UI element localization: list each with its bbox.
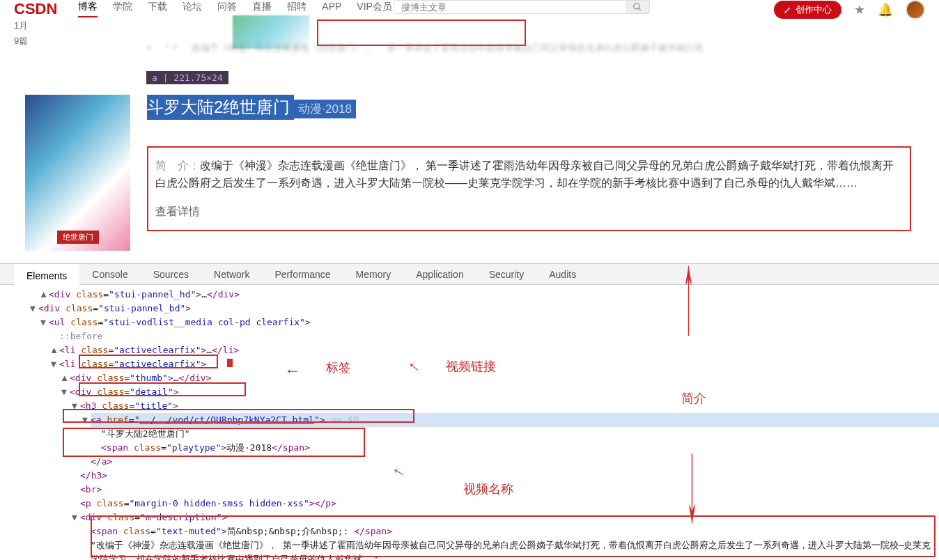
nav-college[interactable]: 学院 [113,1,132,17]
search-box [394,0,650,14]
ann-video-name: 视频名称 [463,481,513,497]
create-button[interactable]: 创作中心 [774,1,841,19]
bell-icon[interactable]: 🔔 [878,2,893,17]
search-button[interactable] [626,1,649,13]
card-1: 绝世唐门 斗罗大陆2绝世唐门动漫·2018 简 介：改编于《神漫》杂志连载漫画《… [0,95,939,251]
desc-text: 改编于《神漫》杂志连载漫画《绝世唐门》， 第一季讲述了霍雨浩幼年因母亲被自己同父… [155,160,894,189]
nav-forum[interactable]: 论坛 [183,1,202,17]
logo[interactable]: CSDN [14,0,57,18]
dimension-badge: a | 221.75×24 [146,71,228,84]
devtools-tabs: Elements Console Sources Network Perform… [0,264,939,285]
content: «^ >改编于《神漫》杂志连载漫画《绝世唐门》，第一季讲述了霍雨浩幼年因母亲被自… [0,28,939,304]
tab-security[interactable]: Security [476,269,537,280]
description-box: 简 介：改编于《神漫》杂志连载漫画《绝世唐门》， 第一季讲述了霍雨浩幼年因母亲被… [147,146,911,231]
blurred-row: «^ >改编于《神漫》杂志连载漫画《绝世唐门》，第一季讲述了霍雨浩幼年因母亲被自… [0,42,939,64]
ann-video-link: 视频链接 [446,358,496,375]
search-icon [633,2,642,12]
tab-console[interactable]: Console [79,269,140,280]
nav-blog[interactable]: 博客 [78,1,98,17]
nav-app[interactable]: APP [322,1,341,17]
tab-sources[interactable]: Sources [141,269,201,280]
detail-link[interactable]: 查看详情 [155,203,900,221]
thumb-badge: 绝世唐门 [57,231,99,244]
tab-network[interactable]: Network [201,269,262,280]
create-label: 创作中心 [796,3,832,16]
arrow-up-icon: ↑ [683,224,694,360]
tab-application[interactable]: Application [403,269,476,280]
thumb-1[interactable]: 绝世唐门 [25,95,130,251]
nav-download[interactable]: 下载 [148,1,167,17]
header: CSDN 博客 学院 下载 论坛 问答 直播 招聘 APP VIP会员 创作中心… [0,0,939,18]
nav-vip[interactable]: VIP会员 [357,1,392,17]
tab-elements[interactable]: Elements [14,264,79,285]
ann-synopsis: 简介 [681,390,706,407]
pencil-icon [784,6,792,14]
header-right: 创作中心 ★ 🔔 [774,0,925,20]
desc-label: 简 介： [155,160,200,171]
title-row: 斗罗大陆2绝世唐门动漫·2018 [147,95,932,120]
card1-title[interactable]: 斗罗大陆2绝世唐门 [147,95,294,120]
svg-line-1 [639,8,641,10]
card1-subtitle: 动漫·2018 [294,100,356,118]
star-icon[interactable]: ★ [854,2,865,17]
arrow-left-icon: ← [284,361,301,380]
svg-point-0 [634,3,639,9]
search-input[interactable] [394,1,626,13]
tab-audits[interactable]: Audits [536,269,589,280]
avatar[interactable] [906,0,925,20]
bottom-red-box [91,515,936,557]
tab-memory[interactable]: Memory [343,269,404,280]
tab-performance[interactable]: Performance [262,269,343,280]
ann-tag: 标签 [326,359,351,376]
